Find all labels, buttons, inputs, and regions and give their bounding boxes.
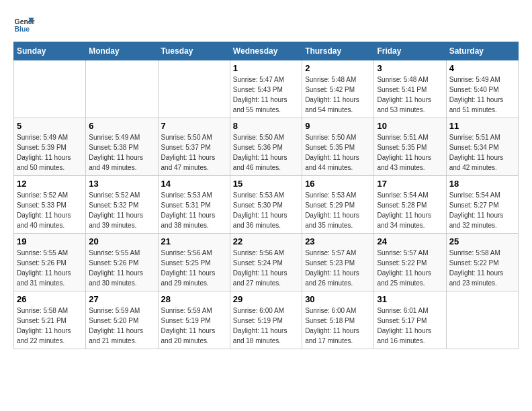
- day-info: Sunrise: 5:53 AM Sunset: 5:29 PM Dayligh…: [305, 190, 371, 230]
- day-number: 20: [89, 236, 154, 246]
- day-info: Sunrise: 5:58 AM Sunset: 5:21 PM Dayligh…: [17, 306, 83, 346]
- day-info: Sunrise: 5:59 AM Sunset: 5:20 PM Dayligh…: [89, 306, 154, 346]
- day-info: Sunrise: 5:58 AM Sunset: 5:22 PM Dayligh…: [449, 248, 515, 288]
- day-info: Sunrise: 5:48 AM Sunset: 5:42 PM Dayligh…: [305, 75, 371, 115]
- weekday-header-cell: Wednesday: [230, 42, 302, 60]
- day-info: Sunrise: 5:56 AM Sunset: 5:25 PM Dayligh…: [161, 248, 227, 288]
- calendar-cell: 25Sunrise: 5:58 AM Sunset: 5:22 PM Dayli…: [446, 234, 518, 291]
- day-number: 5: [17, 121, 83, 131]
- day-number: 30: [305, 294, 371, 304]
- day-number: 16: [305, 179, 371, 189]
- day-info: Sunrise: 5:49 AM Sunset: 5:38 PM Dayligh…: [89, 132, 154, 173]
- day-info: Sunrise: 6:00 AM Sunset: 5:19 PM Dayligh…: [233, 306, 299, 346]
- day-info: Sunrise: 5:51 AM Sunset: 5:34 PM Dayligh…: [449, 132, 515, 173]
- logo-icon: General Blue: [13, 13, 35, 35]
- calendar-cell: 27Sunrise: 5:59 AM Sunset: 5:20 PM Dayli…: [86, 291, 158, 349]
- calendar-cell: [14, 60, 86, 118]
- logo: General Blue: [13, 13, 35, 35]
- svg-text:Blue: Blue: [15, 26, 30, 33]
- calendar-week-row: 1Sunrise: 5:47 AM Sunset: 5:43 PM Daylig…: [14, 60, 519, 118]
- calendar-cell: [446, 291, 518, 349]
- calendar-cell: 17Sunrise: 5:54 AM Sunset: 5:28 PM Dayli…: [374, 176, 446, 234]
- calendar-cell: 24Sunrise: 5:57 AM Sunset: 5:22 PM Dayli…: [374, 234, 446, 291]
- day-number: 29: [233, 294, 299, 304]
- day-number: 21: [161, 236, 227, 246]
- weekday-header-row: SundayMondayTuesdayWednesdayThursdayFrid…: [14, 42, 519, 60]
- calendar-cell: 6Sunrise: 5:49 AM Sunset: 5:38 PM Daylig…: [86, 118, 158, 176]
- day-number: 2: [305, 63, 371, 73]
- calendar-cell: 20Sunrise: 5:55 AM Sunset: 5:26 PM Dayli…: [86, 234, 158, 291]
- calendar-week-row: 12Sunrise: 5:52 AM Sunset: 5:33 PM Dayli…: [14, 176, 519, 234]
- day-number: 17: [377, 179, 443, 189]
- day-number: 28: [161, 294, 227, 304]
- day-number: 11: [449, 121, 515, 131]
- calendar-cell: 12Sunrise: 5:52 AM Sunset: 5:33 PM Dayli…: [14, 176, 86, 234]
- day-info: Sunrise: 5:59 AM Sunset: 5:19 PM Dayligh…: [161, 306, 227, 346]
- weekday-header-cell: Thursday: [302, 42, 374, 60]
- day-info: Sunrise: 5:49 AM Sunset: 5:40 PM Dayligh…: [449, 75, 515, 115]
- day-number: 6: [89, 121, 154, 131]
- calendar-cell: 18Sunrise: 5:54 AM Sunset: 5:27 PM Dayli…: [446, 176, 518, 234]
- day-number: 27: [89, 294, 154, 304]
- day-number: 13: [89, 179, 154, 189]
- day-info: Sunrise: 5:55 AM Sunset: 5:26 PM Dayligh…: [17, 248, 83, 288]
- calendar-cell: 23Sunrise: 5:57 AM Sunset: 5:23 PM Dayli…: [302, 234, 374, 291]
- calendar-body: 1Sunrise: 5:47 AM Sunset: 5:43 PM Daylig…: [14, 60, 519, 349]
- day-info: Sunrise: 5:52 AM Sunset: 5:32 PM Dayligh…: [89, 190, 154, 230]
- day-info: Sunrise: 5:54 AM Sunset: 5:27 PM Dayligh…: [449, 190, 515, 230]
- weekday-header-cell: Tuesday: [158, 42, 230, 60]
- day-number: 19: [17, 236, 83, 246]
- calendar-week-row: 26Sunrise: 5:58 AM Sunset: 5:21 PM Dayli…: [14, 291, 519, 349]
- calendar-cell: 30Sunrise: 6:00 AM Sunset: 5:18 PM Dayli…: [302, 291, 374, 349]
- day-number: 9: [305, 121, 371, 131]
- day-number: 7: [161, 121, 227, 131]
- day-number: 24: [377, 236, 443, 246]
- calendar-week-row: 19Sunrise: 5:55 AM Sunset: 5:26 PM Dayli…: [14, 234, 519, 291]
- day-info: Sunrise: 5:50 AM Sunset: 5:35 PM Dayligh…: [305, 132, 371, 173]
- calendar-week-row: 5Sunrise: 5:49 AM Sunset: 5:39 PM Daylig…: [14, 118, 519, 176]
- calendar-cell: 21Sunrise: 5:56 AM Sunset: 5:25 PM Dayli…: [158, 234, 230, 291]
- day-number: 22: [233, 236, 299, 246]
- day-number: 31: [377, 294, 443, 304]
- day-info: Sunrise: 6:01 AM Sunset: 5:17 PM Dayligh…: [377, 306, 443, 346]
- calendar-cell: 29Sunrise: 6:00 AM Sunset: 5:19 PM Dayli…: [230, 291, 302, 349]
- calendar-cell: 10Sunrise: 5:51 AM Sunset: 5:35 PM Dayli…: [374, 118, 446, 176]
- calendar-cell: [86, 60, 158, 118]
- calendar-cell: 22Sunrise: 5:56 AM Sunset: 5:24 PM Dayli…: [230, 234, 302, 291]
- day-number: 1: [233, 63, 299, 73]
- day-info: Sunrise: 5:55 AM Sunset: 5:26 PM Dayligh…: [89, 248, 154, 288]
- calendar-cell: 9Sunrise: 5:50 AM Sunset: 5:35 PM Daylig…: [302, 118, 374, 176]
- calendar-cell: 26Sunrise: 5:58 AM Sunset: 5:21 PM Dayli…: [14, 291, 86, 349]
- day-number: 26: [17, 294, 83, 304]
- day-number: 23: [305, 236, 371, 246]
- calendar-cell: 28Sunrise: 5:59 AM Sunset: 5:19 PM Dayli…: [158, 291, 230, 349]
- day-number: 14: [161, 179, 227, 189]
- day-number: 4: [449, 63, 515, 73]
- day-info: Sunrise: 5:56 AM Sunset: 5:24 PM Dayligh…: [233, 248, 299, 288]
- day-info: Sunrise: 5:48 AM Sunset: 5:41 PM Dayligh…: [377, 75, 443, 115]
- calendar-cell: 16Sunrise: 5:53 AM Sunset: 5:29 PM Dayli…: [302, 176, 374, 234]
- day-number: 15: [233, 179, 299, 189]
- day-info: Sunrise: 5:51 AM Sunset: 5:35 PM Dayligh…: [377, 132, 443, 173]
- calendar-cell: 19Sunrise: 5:55 AM Sunset: 5:26 PM Dayli…: [14, 234, 86, 291]
- day-number: 18: [449, 179, 515, 189]
- calendar-cell: 4Sunrise: 5:49 AM Sunset: 5:40 PM Daylig…: [446, 60, 518, 118]
- day-info: Sunrise: 5:53 AM Sunset: 5:31 PM Dayligh…: [161, 190, 227, 230]
- weekday-header-cell: Friday: [374, 42, 446, 60]
- calendar-cell: 3Sunrise: 5:48 AM Sunset: 5:41 PM Daylig…: [374, 60, 446, 118]
- page-header: General Blue: [13, 13, 519, 35]
- day-info: Sunrise: 5:49 AM Sunset: 5:39 PM Dayligh…: [17, 132, 83, 173]
- weekday-header-cell: Sunday: [14, 42, 86, 60]
- weekday-header-cell: Saturday: [446, 42, 518, 60]
- calendar-cell: 8Sunrise: 5:50 AM Sunset: 5:36 PM Daylig…: [230, 118, 302, 176]
- day-info: Sunrise: 5:57 AM Sunset: 5:22 PM Dayligh…: [377, 248, 443, 288]
- calendar-cell: 31Sunrise: 6:01 AM Sunset: 5:17 PM Dayli…: [374, 291, 446, 349]
- calendar-cell: 1Sunrise: 5:47 AM Sunset: 5:43 PM Daylig…: [230, 60, 302, 118]
- weekday-header-cell: Monday: [86, 42, 158, 60]
- calendar-cell: 13Sunrise: 5:52 AM Sunset: 5:32 PM Dayli…: [86, 176, 158, 234]
- calendar-cell: 5Sunrise: 5:49 AM Sunset: 5:39 PM Daylig…: [14, 118, 86, 176]
- calendar-cell: 7Sunrise: 5:50 AM Sunset: 5:37 PM Daylig…: [158, 118, 230, 176]
- day-info: Sunrise: 5:50 AM Sunset: 5:37 PM Dayligh…: [161, 132, 227, 173]
- calendar-cell: 15Sunrise: 5:53 AM Sunset: 5:30 PM Dayli…: [230, 176, 302, 234]
- day-number: 10: [377, 121, 443, 131]
